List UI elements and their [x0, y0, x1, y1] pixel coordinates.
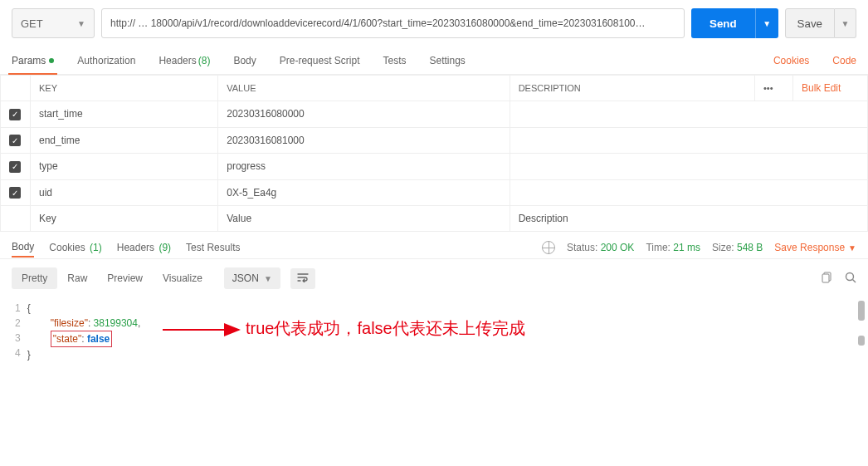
svg-rect-1 [822, 274, 829, 282]
code-link[interactable]: Code [832, 55, 856, 66]
checkbox-checked-icon[interactable]: ✓ [9, 161, 21, 173]
search-icon[interactable] [845, 272, 856, 286]
cookies-link[interactable]: Cookies [773, 55, 809, 66]
wrap-lines-button[interactable] [290, 268, 315, 289]
resp-tab-tests[interactable]: Test Results [186, 238, 240, 257]
col-desc: DESCRIPTION [510, 76, 754, 101]
checkbox-checked-icon[interactable]: ✓ [9, 187, 21, 199]
table-row-new[interactable]: Key Value Description [1, 206, 868, 232]
col-value: VALUE [218, 76, 510, 101]
checkbox-checked-icon[interactable]: ✓ [9, 109, 21, 120]
tab-prerequest[interactable]: Pre-request Script [280, 47, 360, 74]
annotation-text: true代表成功，false代表还未上传完成 [246, 317, 525, 340]
tab-authorization[interactable]: Authorization [77, 47, 135, 74]
table-row[interactable]: ✓ uid 0X-5_Ea4g [1, 179, 868, 206]
view-visualize[interactable]: Visualize [153, 267, 212, 289]
bulk-edit-link[interactable]: Bulk Edit [802, 82, 841, 94]
size-label: Size: 548 B [712, 242, 763, 253]
col-key: KEY [31, 76, 218, 101]
save-response-button[interactable]: Save Response ▼ [774, 242, 856, 253]
tab-headers[interactable]: Headers (8) [158, 47, 210, 74]
resp-tab-headers[interactable]: Headers (9) [117, 238, 171, 257]
tab-body[interactable]: Body [233, 47, 256, 74]
table-row[interactable]: ✓ type progress [1, 154, 868, 180]
globe-icon[interactable] [542, 241, 555, 254]
chevron-down-icon: ▼ [841, 19, 850, 28]
params-table: KEY VALUE DESCRIPTION ••• Bulk Edit ✓ st… [0, 75, 868, 232]
time-label: Time: 21 ms [646, 242, 700, 253]
table-row[interactable]: ✓ end_time 20230316081000 [1, 127, 868, 154]
table-row[interactable]: ✓ start_time 20230316080000 [1, 101, 868, 128]
annotation-arrow-icon [163, 321, 246, 339]
response-body[interactable]: { "filesize": 38199304, "state": false } [27, 297, 141, 365]
view-raw[interactable]: Raw [57, 267, 97, 289]
wrap-icon [297, 272, 309, 282]
body-format-select[interactable]: JSON ▼ [224, 267, 280, 289]
checkbox-checked-icon[interactable]: ✓ [9, 135, 21, 146]
more-options-button[interactable]: ••• [755, 76, 793, 101]
chevron-down-icon: ▼ [264, 274, 272, 283]
svg-line-3 [853, 279, 856, 282]
save-button[interactable]: Save [785, 8, 835, 38]
send-button[interactable]: Send [691, 8, 755, 38]
http-method-select[interactable]: GET ▼ [12, 8, 95, 38]
copy-icon[interactable] [822, 272, 833, 286]
chevron-down-icon: ▼ [848, 243, 856, 253]
resp-tab-cookies[interactable]: Cookies (1) [49, 238, 101, 257]
method-value: GET [21, 17, 43, 30]
scrollbar-thumb[interactable] [858, 336, 865, 346]
view-preview[interactable]: Preview [97, 267, 153, 289]
chevron-down-icon: ▼ [77, 19, 85, 28]
url-input[interactable] [101, 8, 685, 38]
tab-params[interactable]: Params [12, 47, 54, 74]
tab-tests[interactable]: Tests [383, 47, 406, 74]
svg-point-2 [846, 272, 854, 280]
active-dot-icon [49, 58, 54, 63]
status-label: Status: 200 OK [567, 242, 634, 253]
send-dropdown-button[interactable]: ▼ [755, 8, 778, 38]
save-dropdown-button[interactable]: ▼ [835, 8, 856, 38]
line-numbers: 1234 [12, 297, 27, 365]
tab-settings[interactable]: Settings [430, 47, 466, 74]
view-pretty[interactable]: Pretty [12, 267, 57, 289]
scrollbar-thumb[interactable] [858, 301, 865, 321]
resp-tab-body[interactable]: Body [12, 238, 34, 258]
chevron-down-icon: ▼ [763, 19, 771, 28]
